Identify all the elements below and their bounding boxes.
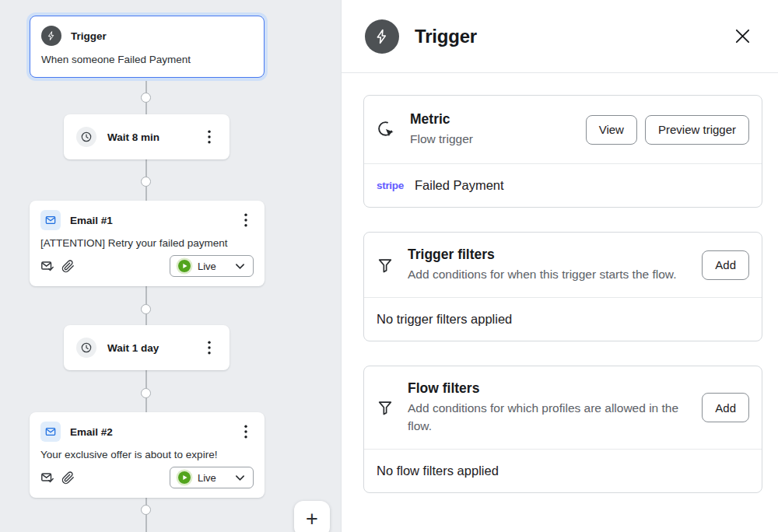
envelope-check-icon: [40, 471, 54, 485]
zoom-in-button[interactable]: +: [294, 501, 330, 532]
envelope-check-icon: [40, 259, 54, 273]
kebab-menu-icon[interactable]: [238, 212, 254, 229]
play-icon: [178, 471, 191, 484]
view-button[interactable]: View: [586, 115, 637, 145]
email-status-label: Live: [198, 472, 235, 484]
funnel-icon: [377, 256, 394, 275]
email-node-title: Email #2: [70, 426, 113, 438]
wait-node-label: Wait 1 day: [107, 342, 159, 354]
trigger-detail-panel: Trigger Metric: [341, 0, 778, 532]
lightning-icon: [41, 26, 61, 46]
lightning-icon: [365, 19, 399, 54]
kebab-menu-icon[interactable]: [202, 128, 217, 145]
email-status-dropdown[interactable]: Live: [170, 255, 254, 277]
trigger-filters-actions: Add: [702, 250, 749, 280]
clock-icon: [76, 127, 96, 147]
funnel-icon: [377, 398, 394, 417]
metric-card: Metric Flow trigger View Preview trigger…: [363, 95, 762, 208]
play-icon: [178, 260, 191, 272]
email-status-dropdown[interactable]: Live: [170, 467, 254, 488]
connector-anchor[interactable]: [141, 177, 151, 187]
add-trigger-filter-button[interactable]: Add: [702, 250, 749, 280]
chevron-down-icon: [235, 474, 245, 481]
email-status-label: Live: [198, 261, 235, 272]
trigger-filters-empty-state: No trigger filters applied: [364, 298, 762, 341]
metric-target-icon: [377, 120, 396, 139]
wait-node-2[interactable]: Wait 1 day: [64, 325, 230, 370]
flow-filters-title: Flow filters: [408, 380, 688, 397]
connector-anchor[interactable]: [141, 505, 151, 515]
email-node-2[interactable]: Email #2 Your exclusive offer is about t…: [30, 412, 265, 498]
flow-filters-header: Flow filters Add conditions for which pr…: [364, 366, 762, 449]
clock-icon: [76, 338, 96, 358]
email-icon: [40, 210, 61, 230]
email-node-footer: Live: [40, 467, 254, 488]
chevron-down-icon: [235, 263, 245, 270]
trigger-filters-title: Trigger filters: [408, 247, 688, 263]
trigger-node[interactable]: Trigger When someone Failed Payment: [30, 16, 265, 78]
email-node-1[interactable]: Email #1 [ATTENTION] Retry your failed p…: [30, 201, 265, 286]
metric-name: Failed Payment: [415, 178, 504, 193]
wait-node-1[interactable]: Wait 8 min: [64, 114, 230, 159]
flow-canvas[interactable]: Trigger When someone Failed Payment Wait…: [0, 0, 341, 532]
trigger-node-title: Trigger: [71, 30, 107, 42]
kebab-menu-icon[interactable]: [238, 423, 254, 440]
paperclip-icon: [61, 260, 75, 273]
email-node-footer: Live: [40, 255, 254, 277]
panel-title: Trigger: [415, 26, 477, 47]
metric-card-header: Metric Flow trigger View Preview trigger: [364, 96, 762, 163]
connector-anchor[interactable]: [141, 388, 151, 398]
connector-anchor[interactable]: [141, 304, 151, 314]
flow-filters-card: Flow filters Add conditions for which pr…: [363, 366, 762, 493]
email-subject: Your exclusive offer is about to expire!: [40, 449, 254, 460]
email-node-header: Email #1: [40, 210, 254, 230]
stripe-logo: stripe: [377, 180, 404, 191]
kebab-menu-icon[interactable]: [202, 339, 217, 356]
metric-card-text: Metric Flow trigger: [410, 111, 572, 148]
metric-card-actions: View Preview trigger: [586, 115, 749, 145]
trigger-filters-text: Trigger filters Add conditions for when …: [408, 247, 688, 283]
metric-row: stripe Failed Payment: [364, 164, 762, 207]
trigger-node-header: Trigger: [41, 26, 253, 46]
trigger-filters-header: Trigger filters Add conditions for when …: [364, 233, 762, 297]
preview-trigger-button[interactable]: Preview trigger: [645, 115, 749, 145]
close-icon[interactable]: [730, 24, 755, 49]
paperclip-icon: [61, 471, 75, 485]
flow-filters-text: Flow filters Add conditions for which pr…: [408, 380, 688, 435]
trigger-filters-description: Add conditions for when this trigger sta…: [408, 265, 686, 283]
email-subject: [ATTENTION] Retry your failed payment: [40, 237, 254, 249]
email-node-header: Email #2: [40, 422, 254, 442]
flow-filters-description: Add conditions for which profiles are al…: [408, 399, 686, 435]
trigger-node-subtitle: When someone Failed Payment: [41, 54, 253, 65]
flow-filters-empty-state: No flow filters applied: [364, 450, 762, 492]
flow-builder-app: Trigger When someone Failed Payment Wait…: [0, 0, 778, 532]
email-node-title: Email #1: [70, 215, 113, 226]
panel-body: Metric Flow trigger View Preview trigger…: [342, 73, 778, 532]
email-icon: [40, 422, 61, 442]
panel-header: Trigger: [342, 0, 778, 73]
add-flow-filter-button[interactable]: Add: [702, 393, 749, 422]
trigger-filters-card: Trigger filters Add conditions for when …: [363, 232, 762, 341]
wait-node-label: Wait 8 min: [107, 131, 159, 143]
connector-anchor[interactable]: [141, 93, 151, 103]
metric-card-subtitle: Flow trigger: [410, 130, 572, 148]
flow-filters-actions: Add: [702, 393, 749, 422]
metric-card-title: Metric: [410, 111, 572, 128]
